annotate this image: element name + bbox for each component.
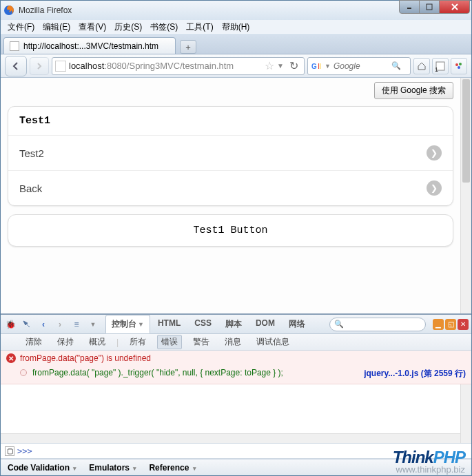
menu-bookmarks[interactable]: 书签(S) <box>147 20 181 34</box>
reload-icon[interactable]: ↻ <box>289 59 298 72</box>
firebug-tab-css[interactable]: CSS <box>188 315 218 333</box>
bookmark-star-icon[interactable]: ☆ <box>265 59 274 72</box>
inspect-icon[interactable] <box>20 318 34 331</box>
status-code-validation[interactable]: Code Validation ▾ <box>8 463 76 473</box>
firebug-detach-button[interactable]: ◱ <box>445 319 456 330</box>
new-tab-button[interactable]: + <box>180 40 196 54</box>
chevron-right-icon: ❯ <box>427 180 442 196</box>
breakpoint-icon[interactable] <box>20 369 27 376</box>
cmdline-prompt: >>> <box>17 446 32 456</box>
console-filter-errors[interactable]: 错误 <box>157 335 182 349</box>
svg-point-9 <box>455 63 458 66</box>
firebug-tab-net[interactable]: 网络 <box>283 315 311 333</box>
site-favicon <box>55 61 66 72</box>
content-card: Test1 Test2 ❯ Back ❯ <box>8 106 453 206</box>
firebug-console-subbar: 清除 保持 概况 | 所有 错误 警告 消息 调试信息 <box>1 334 471 351</box>
list-item-label: Test2 <box>19 147 44 159</box>
search-input[interactable] <box>334 61 389 71</box>
url-text: localhost:8080/Spring3MVC/testmain.htm <box>69 61 234 71</box>
home-button[interactable] <box>413 58 430 74</box>
status-reference[interactable]: Reference ▾ <box>149 463 196 473</box>
search-bar[interactable]: G ▼ 🔍 <box>307 57 411 75</box>
back-button[interactable] <box>5 56 27 76</box>
fb-next-icon[interactable]: › <box>53 318 67 331</box>
test1-button[interactable]: Test1 Button <box>8 214 453 247</box>
navigation-toolbar: localhost:8080/Spring3MVC/testmain.htm ☆… <box>1 54 471 78</box>
firefox-icon <box>3 5 14 16</box>
card-header: Test1 <box>8 107 453 135</box>
fb-dropdown-icon[interactable]: ▼ <box>86 318 100 331</box>
firebug-icon[interactable]: 🐞 <box>3 318 17 331</box>
console-profile-button[interactable]: 概况 <box>85 335 110 349</box>
status-bar: Code Validation ▾ Emulators ▾ Reference … <box>1 459 471 475</box>
firebug-tab-html[interactable]: HTML <box>152 315 187 333</box>
svg-point-10 <box>459 63 462 65</box>
firebug-close-button[interactable]: ✕ <box>458 319 469 330</box>
svg-text:G: G <box>311 63 317 70</box>
console-clear-button[interactable]: 清除 <box>21 335 46 349</box>
firebug-minimize-button[interactable]: ▁ <box>433 319 444 330</box>
svg-point-11 <box>458 66 460 69</box>
page-viewport: 使用 Google 搜索 Test1 Test2 ❯ Back ❯ Test1 … <box>1 78 471 313</box>
firebug-tab-dom[interactable]: DOM <box>249 315 281 333</box>
menu-tools[interactable]: 工具(T) <box>183 20 216 34</box>
menu-view[interactable]: 查看(V) <box>76 20 109 34</box>
firebug-search-input[interactable]: 🔍 <box>329 318 426 331</box>
console-filter-warnings[interactable]: 警告 <box>189 335 214 349</box>
list-item-label: Back <box>19 183 42 194</box>
console-persist-button[interactable]: 保持 <box>53 335 78 349</box>
console-filter-all[interactable]: 所有 <box>125 335 150 349</box>
list-item-back[interactable]: Back ❯ <box>8 170 453 205</box>
firebug-toolbar: 🐞 ‹ › ≡ ▼ 控制台▼ HTML CSS 脚本 DOM 网络 🔍 ▁ ◱ <box>1 315 471 334</box>
error-message: fromPage.data("page") is undefined <box>20 353 151 363</box>
search-engine-dropdown-icon[interactable]: ▼ <box>325 63 331 70</box>
fb-prev-icon[interactable]: ‹ <box>37 318 50 331</box>
error-icon: ✕ <box>6 353 16 363</box>
menu-history[interactable]: 历史(S) <box>112 20 145 34</box>
page-icon <box>10 41 19 51</box>
error-source-link[interactable]: jquery...-1.0.js (第 2559 行) <box>364 368 466 380</box>
browser-tab[interactable]: http://localhost:...3MVC/testmain.htm <box>3 37 176 54</box>
window-maximize-button[interactable] <box>419 0 440 14</box>
svg-rect-8 <box>436 62 444 70</box>
window-close-button[interactable] <box>439 0 470 14</box>
google-icon: G <box>311 61 322 72</box>
menu-help[interactable]: 帮助(H) <box>219 20 253 34</box>
dropdown-icon[interactable]: ▼ <box>277 62 284 70</box>
firebug-scrollbar-h[interactable] <box>1 433 460 443</box>
console-filter-info[interactable]: 消息 <box>220 335 245 349</box>
fb-lines-icon[interactable]: ≡ <box>70 318 83 331</box>
menu-edit[interactable]: 编辑(E) <box>40 20 73 34</box>
addon-counter-button[interactable] <box>432 58 449 74</box>
console-filter-debug[interactable]: 调试信息 <box>252 335 294 349</box>
tab-bar: http://localhost:...3MVC/testmain.htm + <box>1 35 471 54</box>
firebug-tab-script[interactable]: 脚本 <box>219 315 248 333</box>
menu-file[interactable]: 文件(F) <box>5 20 37 34</box>
menubar: 文件(F) 编辑(E) 查看(V) 历史(S) 书签(S) 工具(T) 帮助(H… <box>1 20 471 35</box>
firebug-panel: 🐞 ‹ › ≡ ▼ 控制台▼ HTML CSS 脚本 DOM 网络 🔍 ▁ ◱ <box>1 313 471 459</box>
url-bar[interactable]: localhost:8080/Spring3MVC/testmain.htm ☆… <box>52 57 305 75</box>
search-icon: 🔍 <box>334 320 344 329</box>
status-emulators[interactable]: Emulators ▾ <box>89 463 136 473</box>
console-command-line[interactable]: ▢ >>> <box>1 444 471 459</box>
console-body <box>1 384 471 444</box>
error-code: fromPage.data( "page" )._trigger( "hide"… <box>32 368 283 380</box>
window-minimize-button[interactable] <box>399 0 420 14</box>
search-go-icon[interactable]: 🔍 <box>391 61 401 70</box>
colorpicker-button[interactable] <box>451 58 467 74</box>
tab-label: http://localhost:...3MVC/testmain.htm <box>23 41 158 51</box>
svg-rect-2 <box>427 4 432 10</box>
firebug-tab-console[interactable]: 控制台▼ <box>105 315 150 333</box>
window-title: Mozilla Firefox <box>19 6 72 15</box>
firebug-scrollbar-v[interactable] <box>460 384 471 443</box>
forward-button[interactable] <box>30 57 49 75</box>
google-search-button[interactable]: 使用 Google 搜索 <box>374 82 453 99</box>
list-item-test2[interactable]: Test2 ❯ <box>8 135 453 170</box>
page-scrollbar[interactable] <box>460 78 471 313</box>
console-error-block: ✕ fromPage.data("page") is undefined fro… <box>1 351 471 384</box>
window-titlebar: Mozilla Firefox <box>1 1 471 20</box>
cmdline-toggle-icon[interactable]: ▢ <box>5 446 14 456</box>
chevron-right-icon: ❯ <box>427 145 442 161</box>
